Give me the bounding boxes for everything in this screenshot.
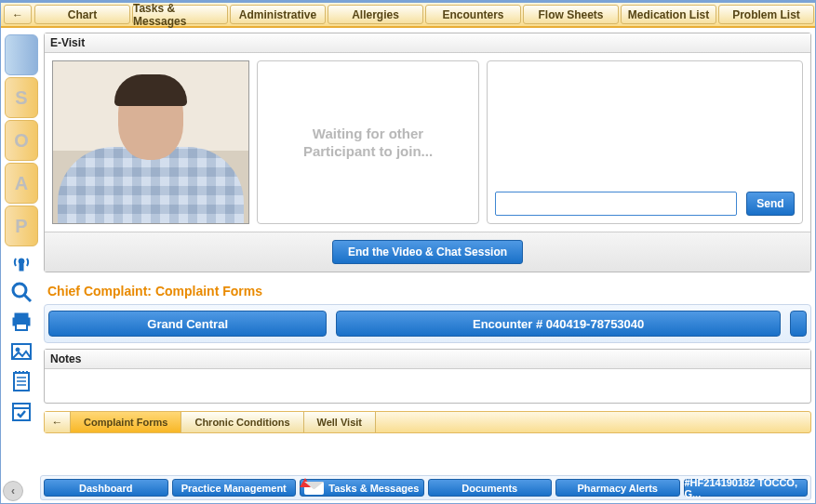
bottom-practice-management[interactable]: Practice Management	[172, 479, 297, 497]
soap-tab-s[interactable]: S	[5, 77, 38, 118]
complaint-subtabs: ← Complaint Forms Chronic Conditions Wel…	[44, 411, 811, 433]
tab-allergies[interactable]: Allergies	[328, 5, 423, 24]
chat-input[interactable]	[495, 192, 737, 216]
left-sidebar: S O A P ‹	[1, 31, 40, 503]
svg-point-8	[16, 348, 20, 351]
soap-tab-blank[interactable]	[5, 34, 38, 75]
cc-button-bar: Grand Central Encounter # 040419-7875304…	[44, 304, 811, 343]
bottom-pharmacy-alerts[interactable]: Pharmacy Alerts	[555, 479, 680, 497]
tab-problem-list[interactable]: Problem List	[718, 5, 814, 24]
bottom-nav: Dashboard Practice Management Tasks & Me…	[40, 475, 811, 500]
tab-flow-sheets[interactable]: Flow Sheets	[523, 5, 619, 24]
tab-medication-list[interactable]: Medication List	[621, 5, 716, 24]
main-area: E-Visit Waiting for other Participant to…	[44, 31, 811, 471]
svg-rect-1	[20, 264, 23, 271]
tab-tasks-messages[interactable]: Tasks & Messages	[132, 5, 228, 24]
chat-panel: Send	[487, 60, 803, 224]
chief-complaint-heading: Chief Complaint: Complaint Forms	[47, 284, 811, 298]
waiting-status: Waiting for other Participant to join...	[257, 60, 479, 224]
grand-central-button[interactable]: Grand Central	[48, 311, 327, 337]
svg-point-2	[13, 284, 26, 297]
broadcast-icon[interactable]	[5, 248, 38, 276]
notes-body[interactable]	[45, 369, 810, 403]
top-nav: ← Chart Tasks & Messages Administrative …	[1, 3, 815, 28]
send-button[interactable]: Send	[746, 192, 795, 216]
subtab-chronic-conditions[interactable]: Chronic Conditions	[181, 412, 303, 432]
back-button[interactable]: ←	[4, 5, 32, 24]
bottom-patient-context[interactable]: #HF214190182 TOCCO, G...	[684, 479, 809, 497]
print-icon[interactable]	[5, 308, 38, 336]
collapse-sidebar-button[interactable]: ‹	[3, 481, 23, 501]
notes-title: Notes	[45, 350, 810, 369]
mail-alert-icon	[304, 482, 324, 495]
bottom-tasks-label: Tasks & Messages	[328, 483, 419, 494]
evisit-panel: E-Visit Waiting for other Participant to…	[44, 33, 811, 272]
subtabs-back-button[interactable]: ←	[45, 412, 71, 432]
bottom-dashboard[interactable]: Dashboard	[44, 479, 168, 497]
svg-line-3	[24, 295, 31, 301]
soap-tab-p[interactable]: P	[5, 206, 38, 246]
video-feed	[52, 60, 249, 224]
tab-encounters[interactable]: Encounters	[425, 5, 521, 24]
bottom-documents[interactable]: Documents	[428, 479, 553, 497]
search-icon[interactable]	[5, 278, 38, 306]
svg-rect-6	[16, 324, 27, 330]
subtab-complaint-forms[interactable]: Complaint Forms	[71, 412, 181, 432]
svg-point-0	[19, 259, 24, 264]
evisit-title: E-Visit	[45, 33, 810, 53]
end-session-button[interactable]: End the Video & Chat Session	[332, 240, 523, 264]
image-icon[interactable]	[5, 338, 38, 365]
encounter-button[interactable]: Encounter # 040419-78753040	[336, 311, 781, 337]
tab-administrative[interactable]: Administrative	[230, 5, 326, 24]
svg-rect-4	[15, 313, 28, 318]
bottom-tasks-messages[interactable]: Tasks & Messages	[300, 479, 424, 497]
soap-tab-o[interactable]: O	[5, 120, 38, 161]
soap-tab-a[interactable]: A	[5, 163, 38, 204]
notes-icon[interactable]	[5, 367, 38, 395]
tab-chart[interactable]: Chart	[34, 5, 130, 24]
cc-overflow-button[interactable]	[790, 311, 807, 337]
svg-rect-13	[13, 404, 30, 420]
calendar-check-icon[interactable]	[5, 397, 38, 425]
notes-panel: Notes	[44, 349, 811, 404]
subtab-well-visit[interactable]: Well Visit	[304, 412, 377, 432]
